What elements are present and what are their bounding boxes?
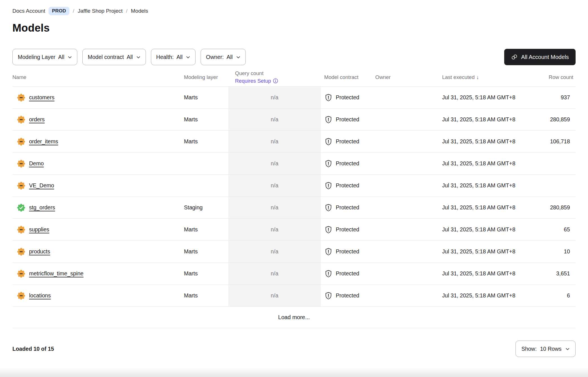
table-row: metricflow_time_spine Marts n/a Protecte… (12, 263, 576, 285)
last-executed-cell: Jul 31, 2025, 5:18 AM GMT+8 (442, 138, 528, 145)
breadcrumb-project[interactable]: Jaffle Shop Project (78, 8, 122, 14)
model-contract-cell: Protected (321, 181, 375, 190)
health-warning-icon (17, 269, 25, 278)
filter-modeling-layer[interactable]: Modeling Layer All (12, 49, 77, 65)
last-executed-label: Last executed (442, 74, 475, 80)
filter-value: All (58, 54, 64, 60)
column-header-owner: Owner (375, 74, 442, 80)
health-success-icon (17, 203, 25, 212)
model-name-link[interactable]: Demo (29, 160, 44, 167)
modeling-layer-cell: Marts (184, 226, 228, 233)
show-value: 10 Rows (540, 346, 561, 352)
model-contract-cell: Protected (321, 93, 375, 102)
table-row: stg_orders Staging n/a Protected Jul 31,… (12, 197, 576, 219)
last-executed-cell: Jul 31, 2025, 5:18 AM GMT+8 (442, 270, 528, 277)
table-row: Demo n/a Protected Jul 31, 2025, 5:18 AM… (12, 153, 576, 175)
model-name-link[interactable]: products (29, 248, 50, 255)
column-header-row-count: Row count (528, 74, 576, 80)
models-page: Docs Account PROD / Jaffle Shop Project … (0, 0, 588, 368)
model-contract-label: Protected (336, 292, 359, 299)
model-contract-label: Protected (336, 248, 359, 255)
model-contract-label: Protected (336, 116, 359, 123)
model-contract-cell: Protected (321, 269, 375, 278)
row-count-cell: 280,859 (528, 116, 576, 123)
modeling-layer-cell: Marts (184, 116, 228, 123)
query-count-cell: n/a (228, 153, 321, 174)
table-header-row: Name Modeling layer Query count Requires… (12, 68, 576, 87)
model-contract-cell: Protected (321, 203, 375, 212)
chevron-down-icon (186, 55, 190, 59)
query-count-header-label: Query count (235, 70, 319, 77)
name-cell: locations (12, 291, 184, 300)
name-cell: Demo (12, 159, 184, 168)
breadcrumb-separator: / (126, 8, 128, 14)
row-count-cell: 65 (528, 226, 576, 233)
column-header-last-executed[interactable]: Last executed↓ (442, 74, 528, 80)
shield-icon (324, 269, 333, 278)
load-more-row: Load more... (12, 307, 576, 328)
model-name-link[interactable]: customers (29, 94, 54, 101)
model-name-link[interactable]: metricflow_time_spine (29, 270, 84, 277)
model-contract-label: Protected (336, 138, 359, 145)
modeling-layer-cell: Marts (184, 270, 228, 277)
model-contract-cell: Protected (321, 137, 375, 146)
shield-icon (324, 137, 333, 146)
filter-value: All (227, 54, 233, 60)
environment-badge: PROD (49, 7, 69, 15)
model-contract-cell: Protected (321, 115, 375, 124)
all-account-models-button[interactable]: All Account Models (504, 49, 576, 65)
load-more-button[interactable]: Load more... (278, 314, 310, 321)
query-count-cell: n/a (228, 109, 321, 130)
bottom-fade (0, 367, 588, 377)
chevron-down-icon (68, 55, 72, 59)
all-account-models-label: All Account Models (521, 54, 569, 60)
requires-setup-link[interactable]: Requires Setup (235, 77, 278, 85)
last-executed-cell: Jul 31, 2025, 5:18 AM GMT+8 (442, 292, 528, 299)
table-row: order_items Marts n/a Protected Jul 31, … (12, 131, 576, 153)
column-header-name: Name (12, 74, 184, 80)
name-cell: VE_Demo (12, 181, 184, 190)
query-count-cell: n/a (228, 219, 321, 240)
model-name-link[interactable]: locations (29, 292, 51, 299)
filter-health[interactable]: Health: All (151, 49, 196, 65)
filter-model-contract[interactable]: Model contract All (82, 49, 146, 65)
filter-owner[interactable]: Owner: All (201, 49, 246, 65)
table-row: locations Marts n/a Protected Jul 31, 20… (12, 285, 576, 307)
page-title: Models (12, 22, 576, 34)
model-name-link[interactable]: VE_Demo (29, 182, 54, 189)
filter-bar: Modeling Layer All Model contract All He… (12, 49, 576, 65)
breadcrumb-current: Models (131, 8, 148, 14)
column-header-model-contract: Model contract (321, 74, 375, 80)
query-count-cell: n/a (228, 175, 321, 196)
query-count-cell: n/a (228, 241, 321, 262)
shield-icon (324, 93, 333, 102)
breadcrumb-account[interactable]: Docs Account (12, 8, 45, 14)
model-name-link[interactable]: supplies (29, 226, 49, 233)
health-warning-icon (17, 181, 25, 190)
filter-label: Model contract (88, 54, 124, 60)
filter-label: Owner: (206, 54, 224, 60)
query-count-cell: n/a (228, 285, 321, 306)
chevron-down-icon (236, 55, 240, 59)
chevron-down-icon (565, 347, 570, 351)
name-cell: orders (12, 115, 184, 124)
model-name-link[interactable]: order_items (29, 138, 58, 145)
row-count-cell: 10 (528, 248, 576, 255)
table-footer: Loaded 10 of 15 Show: 10 Rows (12, 328, 576, 368)
health-warning-icon (17, 115, 25, 124)
table-row: orders Marts n/a Protected Jul 31, 2025,… (12, 109, 576, 131)
rows-per-page-dropdown[interactable]: Show: 10 Rows (515, 341, 576, 357)
last-executed-cell: Jul 31, 2025, 5:18 AM GMT+8 (442, 116, 528, 123)
info-icon (273, 78, 278, 84)
model-name-link[interactable]: orders (29, 116, 45, 123)
table-body: customers Marts n/a Protected Jul 31, 20… (12, 87, 576, 307)
column-header-query-count: Query count Requires Setup (228, 70, 321, 85)
model-name-link[interactable]: stg_orders (29, 204, 55, 211)
shield-icon (324, 159, 333, 168)
model-contract-label: Protected (336, 94, 359, 101)
model-contract-label: Protected (336, 204, 359, 211)
shield-icon (324, 115, 333, 124)
shield-icon (324, 225, 333, 234)
column-header-modeling-layer: Modeling layer (184, 74, 228, 80)
row-count-cell: 6 (528, 292, 576, 299)
